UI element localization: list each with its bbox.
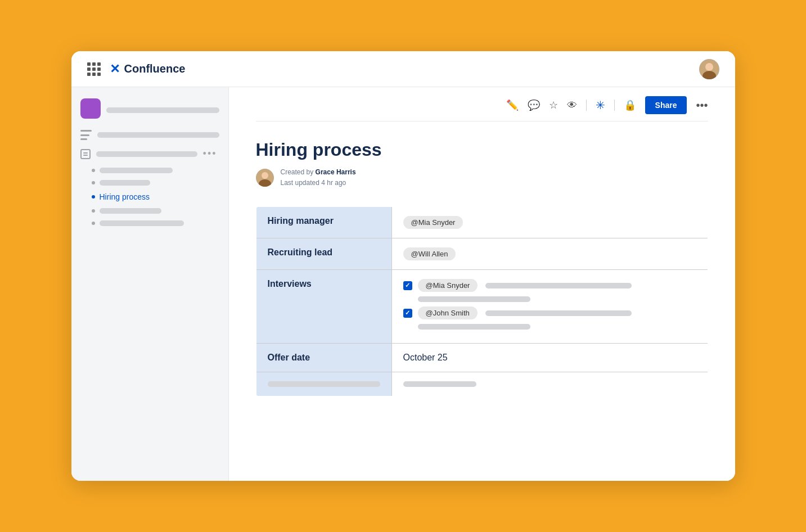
list-line-1: [100, 168, 173, 173]
space-icon[interactable]: [80, 98, 101, 119]
toolbar-separator-1: [586, 100, 587, 111]
recruiting-lead-label: Recruiting lead: [268, 247, 333, 257]
table-cell-value-5: [391, 372, 708, 396]
sidebar-list-item-5: [92, 220, 219, 226]
table-cell-value-1: @Mia Snyder: [391, 207, 708, 238]
table-cell-value-2: @Will Allen: [391, 238, 708, 270]
sidebar-more-icon[interactable]: •••: [203, 148, 217, 160]
interviews-sub-line-2: [418, 324, 530, 330]
sidebar-list-item-4: [92, 208, 219, 214]
table-cell-value-4: October 25: [391, 344, 708, 372]
loading-icon[interactable]: ✳: [596, 98, 605, 112]
bullet-active: [92, 195, 95, 199]
interview-item-2: @John Smith: [403, 306, 696, 319]
sidebar-nav-section-2: •••: [80, 148, 219, 160]
table-cell-label-3: Interviews: [256, 270, 391, 344]
table-row-interviews: Interviews @Mia Snyder @John Sm: [256, 270, 708, 344]
doc-icon: [80, 149, 91, 159]
top-bar-right: [699, 59, 719, 79]
placeholder-value-line: [403, 381, 476, 387]
sidebar-list-item-1: [92, 168, 219, 173]
author-name: Grace Harris: [316, 168, 356, 176]
table-cell-value-3: @Mia Snyder @John Smith: [391, 270, 708, 344]
checkbox-2[interactable]: [403, 309, 412, 318]
browser-window: ✕ Confluence: [71, 51, 735, 481]
lock-icon[interactable]: 🔒: [624, 99, 636, 111]
list-line-2: [100, 180, 150, 186]
table-cell-label-4: Offer date: [256, 344, 391, 372]
sidebar-hiring-process-label[interactable]: Hiring process: [100, 192, 150, 201]
top-bar: ✕ Confluence: [71, 51, 735, 87]
table-row-offer-date: Offer date October 25: [256, 344, 708, 372]
created-by-line: Created by Grace Harris: [281, 167, 356, 178]
confluence-x-icon: ✕: [110, 62, 120, 76]
list-line-4: [100, 208, 161, 214]
recruiting-lead-value: @Will Allen: [403, 247, 456, 260]
table-row-placeholder: [256, 372, 708, 396]
body-container: ••• Hiring process: [71, 87, 735, 481]
table-cell-label-5: [256, 372, 391, 396]
table-cell-label-2: Recruiting lead: [256, 238, 391, 270]
checkbox-1[interactable]: [403, 281, 412, 290]
sidebar-item-row-2: •••: [80, 148, 219, 160]
watch-icon[interactable]: 👁: [567, 100, 577, 111]
user-avatar[interactable]: [699, 59, 719, 79]
data-table: Hiring manager @Mia Snyder Recruiting le…: [256, 206, 708, 396]
toolbar: ✏️ 💬 ☆ 👁 ✳ 🔒 Share •••: [256, 87, 708, 121]
sidebar-list: Hiring process: [80, 168, 219, 226]
svg-point-1: [705, 63, 713, 71]
sidebar-item-row-1: [80, 130, 219, 140]
sidebar: ••• Hiring process: [71, 87, 229, 481]
interview-item-1: @Mia Snyder: [403, 279, 696, 292]
svg-point-4: [262, 172, 268, 179]
last-updated-line: Last updated 4 hr ago: [281, 178, 356, 188]
interviews-label: Interviews: [268, 279, 312, 288]
checkbox-line-1: [485, 283, 632, 288]
hiring-manager-label: Hiring manager: [268, 216, 334, 226]
author-avatar: [256, 169, 274, 187]
sidebar-list-item-2: [92, 180, 219, 186]
table-row-hiring-manager: Hiring manager @Mia Snyder: [256, 207, 708, 238]
main-content: ✏️ 💬 ☆ 👁 ✳ 🔒 Share ••• Hiring process: [229, 87, 735, 481]
edit-icon[interactable]: ✏️: [506, 99, 519, 111]
hiring-manager-value: @Mia Snyder: [403, 216, 463, 229]
more-options-icon[interactable]: •••: [696, 99, 708, 112]
sidebar-nav-section-1: [80, 130, 219, 140]
page-title: Hiring process: [256, 139, 708, 160]
bullet-2: [92, 181, 95, 184]
table-row-recruiting-lead: Recruiting lead @Will Allen: [256, 238, 708, 270]
star-icon[interactable]: ☆: [549, 99, 558, 111]
list-line-5: [100, 220, 184, 226]
created-label: Created by: [281, 168, 314, 176]
bullet-5: [92, 222, 95, 225]
grid-icon[interactable]: [87, 62, 101, 76]
share-button[interactable]: Share: [645, 96, 687, 114]
table-cell-label-1: Hiring manager: [256, 207, 391, 238]
nav-line-2: [96, 151, 197, 157]
interviews-sub-line-1: [418, 296, 530, 302]
app-name: Confluence: [124, 62, 186, 75]
list-icon: [80, 130, 92, 140]
interviewer-1: @Mia Snyder: [418, 279, 478, 292]
page-meta: Created by Grace Harris Last updated 4 h…: [256, 167, 708, 188]
page-meta-text: Created by Grace Harris Last updated 4 h…: [281, 167, 356, 188]
nav-line-1: [97, 132, 219, 138]
bullet-1: [92, 169, 95, 172]
toolbar-separator-2: [614, 100, 615, 111]
space-name-line: [106, 107, 219, 113]
checkbox-line-2: [485, 310, 632, 316]
placeholder-label-line: [268, 381, 380, 387]
confluence-logo: ✕ Confluence: [110, 62, 186, 76]
interviewer-2: @John Smith: [418, 306, 478, 319]
bullet-4: [92, 209, 95, 213]
sidebar-space-section: [80, 98, 219, 122]
comment-icon[interactable]: 💬: [528, 99, 540, 111]
offer-date-value: October 25: [403, 353, 448, 362]
offer-date-label: Offer date: [268, 353, 310, 362]
sidebar-item-hiring-process[interactable]: Hiring process: [92, 192, 219, 201]
